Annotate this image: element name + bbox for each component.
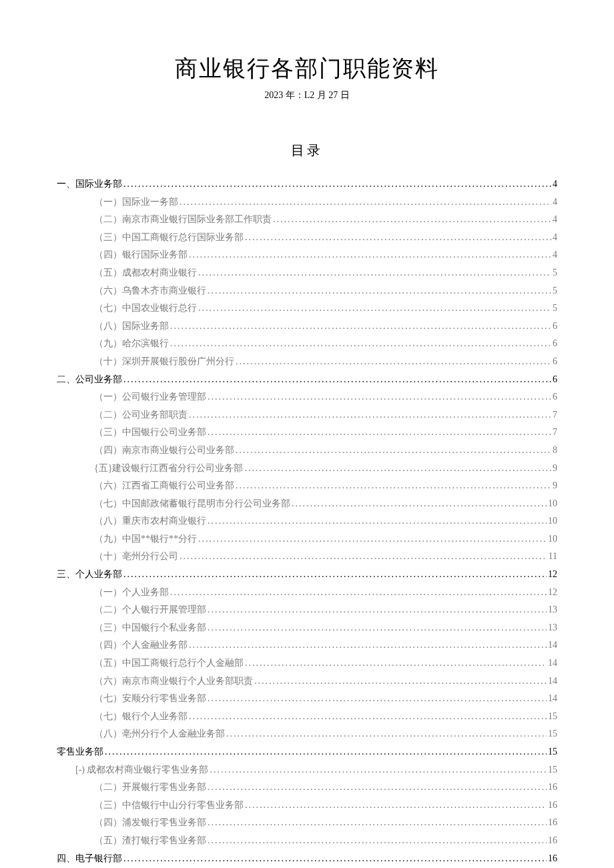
toc-entry-page: 5	[553, 300, 557, 318]
toc-leader-dots	[198, 530, 547, 548]
toc-entry: （三）中信银行中山分行零售业务部16	[94, 797, 557, 815]
toc-entry-page: 4	[553, 229, 557, 247]
toc-entry-label: （五）中国工商银行总行个人金融部	[94, 655, 244, 673]
toc-entry-label: （二）南京市商业银行国际业务部工作职责	[94, 211, 272, 229]
toc-entry: （一）公司银行业务管理部6	[94, 388, 557, 406]
toc-leader-dots	[236, 353, 551, 371]
toc-entry: （三）中国银行公司业务部7	[94, 424, 557, 442]
toc-entry-page: 16	[548, 797, 557, 815]
toc-entry: （三）中国工商银行总行国际业务部4	[94, 229, 557, 247]
toc-entry-page: 10	[548, 530, 557, 548]
toc-entry: 一、国际业务部4	[57, 175, 557, 193]
toc-entry-page: 13	[548, 601, 557, 619]
toc-entry-label: （一）公司银行业务管理部	[94, 388, 206, 406]
toc-entry: 零售业务部15	[57, 743, 557, 761]
toc-leader-dots	[198, 264, 551, 282]
toc-entry: （七）安顺分行零售业务部14	[94, 690, 557, 708]
toc-entry-page: 15	[548, 743, 557, 761]
toc-entry-label: （六）南京市商业银行个人业务部职责	[94, 673, 253, 691]
toc-leader-dots	[170, 335, 551, 353]
toc-entry: （十）深圳开展银行股份广州分行6	[94, 353, 557, 371]
toc-leader-dots	[189, 406, 551, 424]
toc-entry-page: 5	[553, 282, 557, 300]
toc-leader-dots	[210, 761, 547, 779]
toc-entry-page: 6	[553, 371, 557, 389]
toc-entry-page: 10	[548, 512, 557, 530]
toc-entry-label: （十）亳州分行公司	[94, 548, 178, 566]
toc-entry-label: 零售业务部	[57, 743, 103, 761]
toc-entry-label: （八）重庆市农村商业银行	[94, 512, 206, 530]
toc-entry-label: （六）乌鲁木齐市商业银行	[94, 282, 206, 300]
toc-heading: 目录	[57, 141, 557, 159]
toc-entry-label: （一）国际业一务部	[94, 193, 178, 211]
toc-entry-page: 7	[553, 424, 557, 442]
toc-entry: （一）国际业一务部4	[94, 193, 557, 211]
toc-entry-label: {五}建设银行江西省分行公司业务部	[94, 460, 243, 478]
toc-entry: （四）南京市商业银行公司业务部8	[94, 442, 557, 460]
toc-entry: {五}建设银行江西省分行公司业务部9	[94, 460, 557, 478]
toc-entry-page: 15	[548, 708, 557, 726]
toc-entry-label: （三）中国银行个私业务部	[94, 619, 206, 637]
toc-entry-page: 5	[553, 264, 557, 282]
toc-leader-dots	[244, 460, 551, 478]
toc-leader-dots	[170, 318, 551, 336]
toc-entry-label: （三）中国工商银行总行国际业务部	[94, 229, 244, 247]
toc-entry-page: 16	[548, 779, 557, 797]
toc-entry: （一）个人业务部12	[94, 584, 557, 602]
toc-entry-page: 16	[548, 814, 557, 832]
toc-entry-page: 15	[548, 725, 557, 743]
toc-entry-page: 10	[548, 495, 557, 513]
toc-leader-dots	[208, 388, 551, 406]
toc-leader-dots	[245, 655, 547, 673]
toc-entry-label: （四）浦发银行零售业务部	[94, 814, 206, 832]
toc-entry-page: 16	[548, 850, 557, 868]
toc-entry: 二、公司业务部6	[57, 371, 557, 389]
toc-entry-page: 6	[553, 318, 557, 336]
toc-entry: [-) 成都农村商业银行零售业务部15	[75, 761, 557, 779]
toc-entry-label: （三）中信银行中山分行零售业务部	[94, 797, 244, 815]
toc-entry-label: （七）银行个人业务部	[94, 708, 188, 726]
toc-entry-page: 14	[548, 655, 557, 673]
document-date: 2023 年：L2 月 27 日	[57, 89, 557, 101]
toc-entry: （八）国际业务部6	[94, 318, 557, 336]
toc-entry-label: （八）国际业务部	[94, 318, 169, 336]
toc-leader-dots	[208, 512, 547, 530]
toc-leader-dots	[123, 850, 547, 868]
toc-entry-page: 16	[548, 832, 557, 850]
document-title: 商业银行各部门职能资料	[57, 53, 557, 84]
toc-leader-dots	[208, 690, 547, 708]
toc-leader-dots	[226, 725, 547, 743]
toc-entry-page: 6	[553, 388, 557, 406]
toc-entry: （八）重庆市农村商业银行10	[94, 512, 557, 530]
toc-entry-page: 11	[549, 548, 557, 566]
document-page: 商业银行各部门职能资料 2023 年：L2 月 27 日 目录 一、国际业务部4…	[0, 0, 614, 868]
toc-entry: （四）个人金融业务部14	[94, 636, 557, 655]
toc-entry: （九）中国**银行**分行10	[94, 530, 557, 548]
toc-leader-dots	[208, 779, 547, 797]
toc-entry-label: （八）亳州分行个人金融业务部	[94, 725, 225, 743]
toc-entry-label: 二、公司业务部	[57, 371, 122, 389]
toc-leader-dots	[123, 371, 551, 389]
toc-entry-page: 14	[548, 636, 557, 655]
toc-entry-page: 4	[553, 175, 557, 193]
toc-leader-dots	[105, 743, 547, 761]
toc-leader-dots	[180, 193, 551, 211]
toc-entry: （七）中国农业银行总行5	[94, 300, 557, 318]
toc-entry: （六）乌鲁木齐市商业银行5	[94, 282, 557, 300]
toc-entry: （六）南京市商业银行个人业务部职责14	[94, 673, 557, 691]
toc-leader-dots	[189, 246, 551, 264]
toc-leader-dots	[123, 566, 547, 584]
toc-entry-label: （七）中国农业银行总行	[94, 300, 197, 318]
toc-leader-dots	[208, 619, 547, 637]
toc-leader-dots	[273, 211, 551, 229]
toc-entry-label: （十）深圳开展银行股份广州分行	[94, 353, 234, 371]
toc-entry-page: 13	[548, 619, 557, 637]
toc-leader-dots	[180, 548, 547, 566]
toc-entry-page: 6	[553, 335, 557, 353]
toc-entry: （五）中国工商银行总行个人金融部14	[94, 655, 557, 673]
toc-leader-dots	[123, 175, 551, 193]
toc-entry-label: 四、电子银行部	[57, 850, 122, 868]
toc-entry-page: 4	[553, 193, 557, 211]
toc-entry-label: （二）公司业务部职责	[94, 406, 188, 424]
toc-entry: （七）银行个人业务部15	[94, 708, 557, 726]
